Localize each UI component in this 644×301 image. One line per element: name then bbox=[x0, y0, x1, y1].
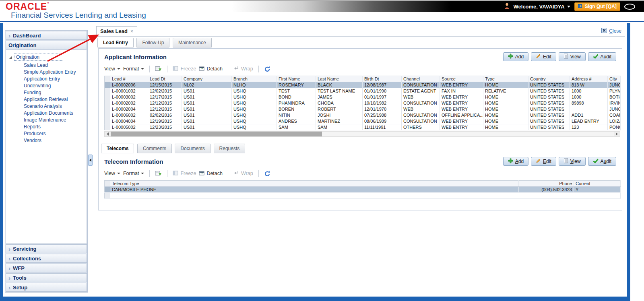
tab-telecoms[interactable]: Telecoms bbox=[101, 144, 134, 153]
cell[interactable]: 89898 bbox=[570, 100, 608, 106]
cell[interactable]: UNITED STATES bbox=[528, 106, 570, 112]
cell[interactable]: US01 bbox=[182, 106, 232, 112]
cell[interactable]: HOME bbox=[483, 106, 528, 112]
tab-comments[interactable]: Comments bbox=[137, 144, 172, 153]
cell[interactable]: L-00002002 bbox=[110, 100, 148, 106]
table-row[interactable]: L-0000200412/12/2015US01USHQBORENROBERT1… bbox=[105, 106, 621, 112]
cell[interactable]: JUNCOS bbox=[608, 106, 621, 112]
cell[interactable]: PLYMOU bbox=[608, 88, 621, 94]
cell[interactable]: L-00002004 bbox=[110, 106, 148, 112]
cell[interactable]: 12/12/2015 bbox=[148, 106, 182, 112]
tree-expanded-icon[interactable] bbox=[9, 56, 12, 59]
sidebar-section-origination[interactable]: Origination bbox=[6, 41, 87, 49]
cell[interactable]: L-00001002 bbox=[110, 88, 148, 94]
view-button[interactable]: View bbox=[559, 157, 586, 166]
row-selector[interactable] bbox=[105, 100, 110, 106]
edit-button[interactable]: Edit bbox=[531, 52, 556, 61]
cell[interactable]: 07/25/1988 bbox=[363, 112, 402, 118]
cell[interactable]: WEB ENTRY bbox=[440, 82, 483, 88]
table-row[interactable]: L-0000200612/15/2015NL02NLHQROSEMARYBLAC… bbox=[105, 82, 621, 88]
cell[interactable]: 12/19/2015 bbox=[148, 118, 182, 124]
cell[interactable]: CAR/MOBILE PHONE bbox=[110, 187, 519, 193]
tab-follow-up[interactable]: Follow-Up bbox=[136, 38, 169, 47]
col-channel[interactable]: Channel bbox=[402, 76, 440, 82]
cell[interactable]: USHQ bbox=[232, 118, 277, 124]
cell[interactable]: UNITED STATES bbox=[528, 88, 570, 94]
cell[interactable]: 12/17/2015 bbox=[148, 94, 182, 100]
cell[interactable]: OFFLINE APPLICA... bbox=[440, 112, 483, 118]
cell[interactable]: ROBERT bbox=[316, 106, 363, 112]
row-selector[interactable] bbox=[105, 94, 110, 100]
scroll-right-button[interactable] bbox=[614, 132, 620, 136]
sidebar-item-simple-application-entry[interactable]: Simple Application Entry bbox=[8, 69, 87, 75]
sign-out-button[interactable]: Sign Out [QA] bbox=[574, 2, 620, 11]
cell[interactable]: MARTINEZ bbox=[316, 118, 363, 124]
cell[interactable]: 01/01/1990 bbox=[363, 88, 402, 94]
col-telecom-type[interactable]: Telecom Type bbox=[110, 181, 519, 187]
col-source[interactable]: Source bbox=[440, 76, 483, 82]
sidebar-section-setup[interactable]: › Setup bbox=[6, 283, 87, 292]
cell[interactable]: NL02 bbox=[182, 82, 232, 88]
sidebar-item-funding[interactable]: Funding bbox=[8, 89, 87, 96]
query-by-example-icon[interactable] bbox=[155, 171, 162, 176]
col-lead-dt[interactable]: Lead Dt bbox=[148, 76, 182, 82]
sidebar-item-vendors[interactable]: Vendors bbox=[8, 137, 87, 144]
welcome-menu[interactable]: Welcome, VAVAIDYA bbox=[514, 4, 570, 10]
cell[interactable]: 12/01/1970 bbox=[363, 106, 402, 112]
cell[interactable]: USHQ bbox=[232, 112, 277, 118]
sidebar-item-application-retrieval[interactable]: Application Retrieval bbox=[8, 96, 87, 103]
view-button[interactable]: View bbox=[559, 52, 586, 61]
sidebar-item-application-documents[interactable]: Application Documents bbox=[8, 110, 87, 116]
row-selector[interactable] bbox=[105, 106, 110, 112]
cell[interactable]: 1000 bbox=[570, 94, 608, 100]
sidebar-item-producers[interactable]: Producers bbox=[8, 130, 87, 137]
cell[interactable]: WEB ENTRY bbox=[440, 94, 483, 100]
cell[interactable]: 02/02/2016 bbox=[148, 112, 182, 118]
sidebar-section-tools[interactable]: › Tools bbox=[6, 273, 87, 282]
cell[interactable]: UNITED STATES bbox=[528, 124, 570, 130]
table-row[interactable]: L-0000400412/19/2015US01USHQANDRESMARTIN… bbox=[105, 118, 621, 124]
cell[interactable]: BOND bbox=[277, 94, 316, 100]
cell[interactable]: 12/08/1987 bbox=[363, 82, 402, 88]
cell[interactable]: HOME bbox=[483, 82, 528, 88]
cell[interactable]: US01 bbox=[182, 88, 232, 94]
cell[interactable]: UNITED STATES bbox=[528, 94, 570, 100]
cell[interactable]: LOIZA bbox=[608, 118, 621, 124]
sidebar-section-collections[interactable]: › Collections bbox=[6, 254, 87, 263]
cell[interactable]: ANDRES bbox=[277, 118, 316, 124]
col-country[interactable]: Country bbox=[528, 76, 570, 82]
cell[interactable]: UNITED STATES bbox=[528, 112, 570, 118]
table-row[interactable]: L-0000200212/12/2015US01USHQPHANINDRACHO… bbox=[105, 100, 621, 106]
col-last-name[interactable]: Last Name bbox=[316, 76, 363, 82]
edit-button[interactable]: Edit bbox=[531, 157, 556, 166]
cell[interactable]: HOME bbox=[483, 124, 528, 130]
sidebar-item-scenario-analysis[interactable]: Scenario Analysis bbox=[8, 103, 87, 109]
freeze-button[interactable]: Freeze bbox=[173, 66, 196, 72]
cell[interactable]: ADD1 bbox=[570, 112, 608, 118]
format-menu[interactable]: Format bbox=[123, 171, 144, 176]
cell[interactable]: CONSULTATION bbox=[402, 112, 440, 118]
doc-tab-sales-lead[interactable]: Sales Lead × bbox=[96, 26, 137, 36]
cell[interactable]: 813 W bbox=[570, 82, 608, 88]
sidebar-item-image-maintenance[interactable]: Image Maintenance bbox=[8, 117, 87, 123]
refresh-icon[interactable] bbox=[264, 171, 270, 177]
add-button[interactable]: Add bbox=[503, 157, 528, 166]
cell[interactable]: 12/23/2015 bbox=[148, 124, 182, 130]
cell[interactable]: PHANINDRA bbox=[277, 100, 316, 106]
cell[interactable]: 01/01/1997 bbox=[363, 94, 402, 100]
cell[interactable]: L-00002006 bbox=[110, 82, 148, 88]
audit-button[interactable]: Audit bbox=[588, 157, 616, 166]
cell[interactable]: 08/06/1989 bbox=[363, 118, 402, 124]
cell[interactable]: L-00006002 bbox=[110, 112, 148, 118]
cell[interactable]: OTHERS bbox=[402, 124, 440, 130]
scrollbar-track[interactable] bbox=[111, 132, 614, 136]
col-first-name[interactable]: First Name bbox=[277, 76, 316, 82]
query-by-example-icon[interactable] bbox=[155, 66, 162, 72]
sidebar-item-reports[interactable]: Reports bbox=[8, 124, 87, 130]
cell[interactable]: US01 bbox=[182, 94, 232, 100]
cell[interactable]: L-00003002 bbox=[110, 94, 148, 100]
cell[interactable]: US01 bbox=[182, 124, 232, 130]
table-row[interactable]: L-0000600202/02/2016US01USHQNITINJOSHI07… bbox=[105, 112, 621, 118]
cell[interactable]: CHODA bbox=[316, 100, 363, 106]
cell[interactable]: CONSULTATION bbox=[402, 100, 440, 106]
